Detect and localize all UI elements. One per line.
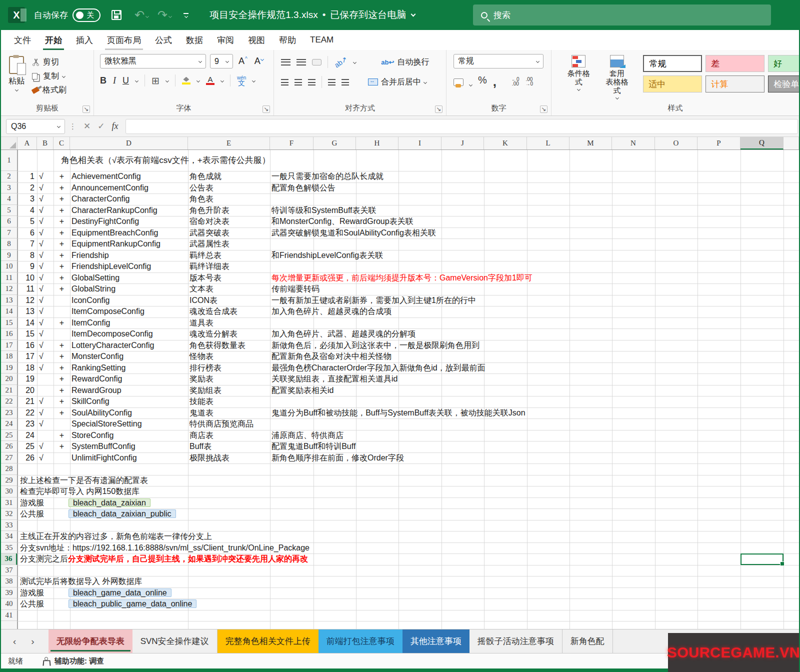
clipboard-dialog-launcher[interactable]: ↘ [82, 106, 90, 113]
name-box[interactable]: Q36 [6, 119, 65, 134]
cell-style-适中[interactable]: 适中 [643, 76, 702, 92]
row-header-8[interactable]: 8 [1, 238, 17, 250]
cell-D27[interactable]: UnlimitFightConfig [72, 452, 137, 464]
row-header-3[interactable]: 3 [1, 182, 17, 194]
cell-B16[interactable]: √ [39, 328, 44, 340]
cell-E18[interactable]: 怪物表 [190, 351, 214, 362]
cell-D3[interactable]: AnnouncementConfig [72, 182, 148, 194]
cell-A25[interactable]: 24 [18, 430, 34, 442]
number-dialog-launcher[interactable]: ↘ [540, 106, 548, 113]
cell-D20[interactable]: RewardConfig [72, 374, 122, 385]
cell-D22[interactable]: SkillConfig [72, 396, 110, 408]
row-header-15[interactable]: 15 [1, 318, 17, 329]
redo-chevron-icon[interactable] [168, 14, 172, 18]
cell-A2[interactable]: 1 [18, 171, 34, 182]
save-icon[interactable] [112, 10, 122, 20]
cell-F6[interactable]: 和MonsterConfig、RewardGroup表关联 [272, 216, 414, 228]
cell-A4[interactable]: 3 [18, 194, 34, 205]
cell-C26[interactable]: + [54, 441, 70, 452]
row-header-2[interactable]: 2 [1, 171, 17, 182]
cell-A13[interactable]: 12 [18, 295, 34, 306]
cell-A19[interactable]: 18 [18, 362, 34, 374]
document-title[interactable]: 项目安全操作规范1.3.xlsx • 已保存到这台电脑 [210, 8, 415, 22]
cell-A3[interactable]: 2 [18, 182, 34, 194]
cell-F14[interactable]: 加入角色碎片、超越灵魂的合成项 [272, 306, 392, 318]
align-top-icon[interactable] [281, 59, 290, 66]
cell-F12[interactable]: 传前端要转码 [272, 284, 320, 295]
cell-D24[interactable]: SpecialStoreSetting [72, 418, 142, 430]
copy-button[interactable]: 复制 [32, 71, 66, 82]
sheet-tab-前端打包注意事项[interactable]: 前端打包注意事项 [318, 630, 402, 653]
align-bottom-icon[interactable] [312, 59, 322, 66]
cell-C22[interactable]: + [54, 396, 70, 408]
cell-A22[interactable]: 21 [18, 396, 34, 408]
cell-F19[interactable]: 最强角色榜CharacterOrder字段加入新做角色id，放到最前面 [272, 362, 486, 374]
cell-E21[interactable]: 奖励组表 [190, 385, 222, 396]
row-header-5[interactable]: 5 [1, 205, 17, 216]
conditional-formatting-chevron-icon[interactable] [577, 88, 580, 91]
align-right-icon[interactable] [308, 79, 316, 86]
column-header-F[interactable]: F [270, 137, 314, 150]
row-header-37[interactable]: 37 [1, 565, 17, 576]
cell-E3[interactable]: 公告表 [190, 182, 214, 194]
column-header-N[interactable]: N [612, 137, 655, 150]
cell-F18[interactable]: 配置新角色及宿命对决中相关怪物 [272, 351, 392, 362]
column-header-partial[interactable] [784, 137, 799, 150]
row-header-29[interactable]: 29 [1, 475, 17, 486]
cell-D32[interactable]: bleach_data_zaixian_public [68, 508, 176, 520]
cell-B14[interactable]: √ [39, 306, 44, 318]
cell-E7[interactable]: 武器突破表 [190, 228, 230, 239]
cell-D26[interactable]: SystemBuffConfig [72, 441, 136, 452]
cell-B7[interactable]: √ [39, 228, 44, 239]
cell-C3[interactable]: + [54, 182, 70, 194]
search-box[interactable]: 搜索 [473, 4, 771, 26]
paste-chevron-icon[interactable] [14, 88, 18, 92]
formula-input[interactable] [126, 119, 798, 134]
cell-D39[interactable]: bleach_game_data_online [68, 588, 172, 599]
column-header-Q[interactable]: Q [740, 137, 784, 150]
row-header-7[interactable]: 7 [1, 228, 17, 239]
cell-A15[interactable]: 14 [18, 318, 34, 329]
formula-bar-grip-icon[interactable]: ⋮ [69, 122, 76, 131]
cell-A26[interactable]: 25 [18, 441, 34, 452]
cell-E20[interactable]: 奖励表 [190, 374, 214, 385]
row-header-4[interactable]: 4 [1, 194, 17, 205]
cell-B17[interactable]: √ [39, 340, 44, 352]
font-size-chevron-icon[interactable] [226, 60, 229, 63]
column-header-P[interactable]: P [698, 137, 740, 150]
ribbon-tab-文件[interactable]: 文件 [7, 30, 38, 50]
cell-D17[interactable]: LotteryCharacterConfig [72, 340, 154, 352]
cell-C20[interactable]: + [54, 374, 70, 385]
font-name-combo[interactable]: 微软雅黑 [100, 54, 206, 68]
row-header-20[interactable]: 20 [1, 374, 17, 385]
ribbon-tab-TEAM[interactable]: TEAM [303, 30, 340, 50]
cell-E15[interactable]: 道具表 [190, 318, 214, 329]
row-header-17[interactable]: 17 [1, 340, 17, 352]
cell-D8[interactable]: EquipmentRankupConfig [72, 238, 160, 250]
row-header-38[interactable]: 38 [1, 576, 17, 588]
align-center-icon[interactable] [294, 79, 302, 86]
cell-E4[interactable]: 角色表 [190, 194, 214, 205]
cell-C21[interactable]: + [54, 385, 70, 396]
cell-B15[interactable]: √ [39, 318, 44, 329]
cell-E22[interactable]: 技能表 [190, 396, 214, 408]
row-header-6[interactable]: 6 [1, 216, 17, 228]
cell-C6[interactable]: + [54, 216, 70, 228]
cell-E14[interactable]: 魂改造合成表 [190, 306, 238, 318]
cell-A30[interactable]: 检查完毕即可导入 内网150数据库 [20, 486, 140, 498]
ribbon-tab-视图[interactable]: 视图 [241, 30, 272, 50]
column-header-G[interactable]: G [314, 137, 356, 150]
cell-A31[interactable]: 游戏服 [20, 498, 44, 509]
excel-logo-icon[interactable] [8, 7, 25, 23]
cell-F16[interactable]: 加入角色碎片、武器、超越灵魂的分解项 [272, 328, 416, 340]
cell-A12[interactable]: 11 [18, 284, 34, 295]
cell-style-好[interactable]: 好 [768, 55, 799, 72]
select-all-corner[interactable] [1, 137, 18, 150]
cell-B3[interactable]: √ [39, 182, 44, 194]
cell-C19[interactable]: + [54, 362, 70, 374]
cell-D31[interactable]: bleach_data_zaixian [68, 498, 150, 509]
cell-A38[interactable]: 测试完毕后将数据导入 外网数据库 [20, 576, 142, 588]
cell-A32[interactable]: 公共服 [20, 508, 44, 520]
cell-B8[interactable]: √ [39, 238, 44, 250]
font-color-button[interactable]: A [206, 76, 214, 85]
